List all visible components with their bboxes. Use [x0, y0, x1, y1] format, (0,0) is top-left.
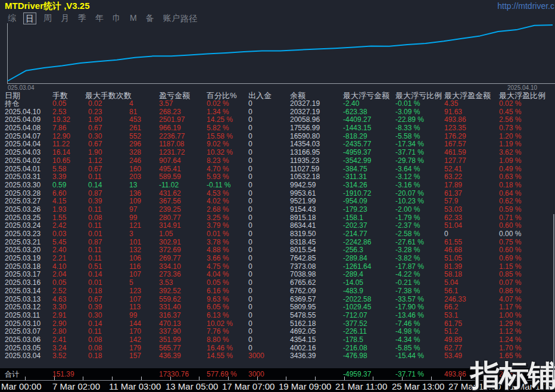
table-cell: 16590.80 — [290, 133, 320, 141]
table-cell: 1.15 % — [499, 263, 521, 271]
table-cell: -3.12 % — [395, 173, 420, 181]
table-cell: 1.17 % — [499, 303, 521, 312]
table-cell: 81 — [129, 108, 137, 117]
equity-curve-chart — [0, 0, 555, 95]
table-cell: -178.5 — [343, 336, 363, 344]
table-cell: 470.13 — [159, 320, 181, 328]
table-header-row: 日期手数最大手数次数盈亏金额百分比%出入金余额最大浮亏金额最大浮亏比例最大浮盈金… — [0, 91, 555, 100]
table-cell: 51.04 — [444, 222, 462, 230]
table-cell: 239.25 — [159, 206, 181, 214]
table-cell: 160 — [129, 165, 141, 174]
table-cell: 4354.15 — [290, 336, 316, 344]
table-cell: -37.71 % — [395, 149, 424, 157]
table-cell: -2.40 — [343, 100, 359, 108]
table-cell: 10532.18 — [290, 173, 320, 181]
table-cell: 157 — [129, 352, 141, 360]
table-cell: 3.66 % — [207, 255, 229, 263]
table-cell: 107 — [129, 271, 141, 279]
column-header: 最大浮亏金额 — [343, 91, 389, 100]
axis-tick — [257, 377, 258, 380]
table-row: 2025.03.286.600.87136431.624.53 %09953.6… — [0, 190, 555, 198]
table-row: 2025.03.053.240.08179565.7716.46 %04002.… — [0, 344, 555, 353]
table-cell: 61.37 — [444, 190, 462, 198]
table-cell: 0.85 % — [499, 271, 521, 279]
table-cell: 19.32 — [52, 116, 70, 124]
table-cell: 9.63 % — [207, 296, 229, 304]
table-cell: 9953.61 — [290, 190, 316, 198]
table-cell: 97 — [129, 206, 137, 214]
table-cell: 493.86 — [444, 370, 466, 378]
table-cell: 11935.23 — [290, 157, 319, 165]
column-header: 手数 — [52, 91, 68, 100]
table-cell: 0 — [248, 279, 252, 287]
table-cell: 5478.55 — [290, 312, 316, 320]
table-cell: 2.56 % — [499, 116, 521, 124]
table-cell: 461.59 — [444, 149, 466, 157]
date-cell: 2025.03.16 — [5, 279, 40, 287]
date-cell: 2025.03.25 — [5, 214, 40, 222]
table-cell: 0.11 — [88, 206, 101, 214]
table-cell: 3.78 % — [207, 239, 229, 247]
axis-time-label: 25 Mar 13:00 — [392, 381, 444, 391]
table-row: 2025.03.160.050.0153.530.05 %06765.62-14… — [0, 279, 555, 287]
date-cell: 2025.04.04 — [5, 140, 40, 149]
table-cell: -289.84 — [343, 255, 367, 263]
table-cell: 1.55 — [52, 214, 66, 222]
table-cell: 269.77 — [159, 255, 181, 263]
axis-time-label: 17 Mar 07:00 — [222, 381, 275, 391]
table-cell: 1.24 % — [499, 336, 521, 344]
table-cell: 2501.97 — [159, 116, 185, 124]
date-cell: 2025.04.01 — [5, 165, 40, 174]
table-cell: 0 — [248, 271, 252, 279]
table-cell: 907.64 — [159, 157, 181, 165]
date-cell: 2025.04.03 — [5, 149, 40, 157]
table-cell: -1029.45 — [343, 303, 371, 312]
table-cell: 176.29 — [444, 133, 466, 141]
watermark: 指标铺 — [470, 356, 555, 392]
table-cell: 91.63 — [444, 108, 462, 117]
table-cell: 56.1 — [444, 287, 458, 296]
table-cell: 63.22 — [444, 173, 462, 181]
table-cell: 170 — [129, 328, 141, 336]
date-cell: 2025.03.20 — [5, 246, 40, 255]
column-header: 最大浮盈比例 — [499, 91, 545, 100]
table-row: 2025.04.0712.900.305522236.7715.58 %0165… — [0, 133, 555, 141]
axis-time-label: 21 Mar 11:00 — [335, 381, 387, 391]
table-cell: 142 — [129, 336, 141, 344]
table-cell: 99 — [129, 312, 137, 320]
axis-tick — [54, 377, 55, 380]
table-cell: -29.78 % — [395, 157, 424, 165]
scrollbar-thumb[interactable] — [553, 214, 554, 380]
table-cell: 136 — [129, 190, 141, 198]
table-cell: 8634.41 — [290, 222, 316, 230]
table-cell: 0.01 — [88, 279, 102, 287]
table-cell: 0.02 % — [499, 100, 521, 108]
table-cell: 0 — [248, 116, 252, 124]
table-cell: 53.1 — [444, 312, 458, 320]
table-cell: 1.90 — [88, 149, 102, 157]
table-cell: -7.38 % — [395, 287, 420, 296]
table-cell: 53.03 — [444, 206, 462, 214]
axis-tick — [286, 377, 286, 380]
table-cell: -4.34 % — [395, 336, 420, 344]
table-cell: 0 — [248, 239, 252, 247]
table-cell: 6369.57 — [290, 296, 316, 304]
table-cell: -0.21 % — [395, 279, 420, 287]
table-cell: 4.70 % — [207, 165, 229, 174]
table-cell: 9.02 % — [207, 140, 229, 149]
table-cell: 3.39 — [52, 173, 66, 181]
axis-tick — [170, 377, 171, 380]
table-cell: 331.40 — [159, 303, 181, 312]
table-cell: 4 — [129, 100, 133, 108]
table-cell: 81.39 — [444, 263, 462, 271]
table-cell: -4409.27 — [343, 116, 371, 124]
table-cell: -2022.58 — [343, 296, 371, 304]
table-cell: -14.05 — [343, 279, 363, 287]
table-cell: -4959.37 — [343, 149, 371, 157]
axis-tick — [199, 377, 199, 380]
table-cell: 167.57 — [444, 140, 466, 149]
table-cell: 0.11 — [88, 222, 101, 230]
table-cell: -2242.86 — [343, 239, 371, 247]
table-cell: 0 — [248, 336, 252, 344]
table-cell: 2.04 — [52, 271, 66, 279]
